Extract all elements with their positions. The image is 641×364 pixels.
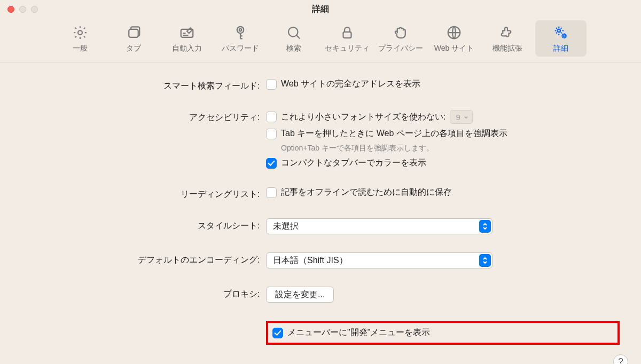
select-arrow-icon <box>479 254 491 267</box>
compact-tab-color-checkbox[interactable] <box>266 158 277 169</box>
accessibility-row: アクセシビリティ: これより小さいフォントサイズを使わない: 9 Tab キーを… <box>21 110 620 169</box>
lock-icon <box>334 22 360 43</box>
proxy-button-label: 設定を変更... <box>275 289 325 300</box>
min-font-size-select: 9 <box>450 110 472 124</box>
accessibility-label: アクセシビリティ: <box>21 110 266 123</box>
svg-point-4 <box>239 29 242 31</box>
toolbar-label: 機能拡張 <box>493 44 522 53</box>
tab-security[interactable]: セキュリティ <box>322 20 373 57</box>
tab-highlight-label: Tab キーを押したときに Web ページ上の各項目を強調表示 <box>281 128 507 139</box>
reading-list-row: リーディングリスト: 記事をオフラインで読むために自動的に保存 <box>21 187 620 200</box>
min-font-size-value: 9 <box>456 113 460 122</box>
advanced-settings-content: スマート検索フィールド: Web サイトの完全なアドレスを表示 アクセシビリティ… <box>0 62 641 364</box>
traffic-lights <box>7 6 38 13</box>
tab-extensions[interactable]: 機能拡張 <box>482 20 533 57</box>
compact-tab-color-label: コンパクトなタブバーでカラーを表示 <box>281 157 426 169</box>
tab-general[interactable]: 一般 <box>54 20 106 57</box>
reading-list-offline-checkbox[interactable] <box>266 187 277 198</box>
preferences-toolbar: 一般 タブ 自動入力 パスワード 検索 セキュリティ プライバシー <box>0 18 641 62</box>
smart-search-row: スマート検索フィールド: Web サイトの完全なアドレスを表示 <box>21 78 620 92</box>
help-button[interactable]: ? <box>613 354 628 364</box>
stylesheet-value: 未選択 <box>273 221 299 232</box>
reading-list-offline-label: 記事をオフラインで読むために自動的に保存 <box>281 187 452 198</box>
gear-icon <box>67 22 93 43</box>
stylesheet-label: スタイルシート: <box>21 218 266 232</box>
minimize-button[interactable] <box>19 6 26 13</box>
tabs-icon <box>121 22 146 43</box>
smart-search-label: スマート検索フィールド: <box>21 78 266 92</box>
tab-privacy[interactable]: プライバシー <box>375 20 426 57</box>
svg-point-9 <box>563 35 566 37</box>
help-label: ? <box>618 357 623 364</box>
toolbar-label: パスワード <box>222 44 259 53</box>
tab-advanced[interactable]: 詳細 <box>535 20 587 57</box>
chevron-down-icon <box>464 114 469 120</box>
svg-rect-1 <box>129 29 138 37</box>
key-icon <box>228 22 253 43</box>
toolbar-label: 一般 <box>73 44 88 53</box>
show-develop-menu-checkbox[interactable] <box>272 328 283 338</box>
globe-icon <box>441 22 467 43</box>
stylesheet-row: スタイルシート: 未選択 <box>21 218 620 234</box>
maximize-button[interactable] <box>31 6 38 13</box>
hand-icon <box>388 22 413 43</box>
toolbar-label: 検索 <box>286 44 301 53</box>
svg-point-0 <box>78 30 82 35</box>
proxy-label: プロキシ: <box>21 287 266 300</box>
reading-list-label: リーディングリスト: <box>21 187 266 200</box>
develop-row: メニューバーに"開発"メニューを表示 <box>21 321 620 345</box>
toolbar-label: 詳細 <box>553 44 568 53</box>
select-arrow-icon <box>479 220 491 233</box>
tab-autofill[interactable]: 自動入力 <box>161 20 213 57</box>
develop-highlight-box: メニューバーに"開発"メニューを表示 <box>266 321 620 345</box>
toolbar-label: 自動入力 <box>172 44 202 53</box>
svg-rect-6 <box>343 32 351 38</box>
toolbar-label: セキュリティ <box>325 44 370 53</box>
svg-point-8 <box>558 29 561 33</box>
tab-search[interactable]: 検索 <box>268 20 319 57</box>
gears-icon <box>548 22 574 43</box>
tab-highlight-checkbox[interactable] <box>266 129 277 139</box>
encoding-select[interactable]: 日本語（Shift JIS） <box>266 252 493 268</box>
window-title: 詳細 <box>312 4 329 15</box>
tab-websites[interactable]: Web サイト <box>428 20 480 57</box>
titlebar: 詳細 <box>0 0 641 18</box>
puzzle-icon <box>495 22 520 43</box>
tab-passwords[interactable]: パスワード <box>215 20 266 57</box>
autofill-icon <box>174 22 200 43</box>
encoding-label: デフォルトのエンコーディング: <box>21 252 266 266</box>
toolbar-label: Web サイト <box>434 44 474 53</box>
show-full-address-label: Web サイトの完全なアドレスを表示 <box>281 78 420 90</box>
show-develop-menu-label: メニューバーに"開発"メニューを表示 <box>287 327 430 338</box>
search-icon <box>281 22 307 43</box>
svg-point-5 <box>288 27 298 37</box>
tab-highlight-hint: Option+Tab キーで各項目を強調表示します。 <box>281 144 620 153</box>
svg-point-3 <box>237 27 244 34</box>
encoding-value: 日本語（Shift JIS） <box>273 255 348 266</box>
encoding-row: デフォルトのエンコーディング: 日本語（Shift JIS） <box>21 252 620 268</box>
proxy-settings-button[interactable]: 設定を変更... <box>266 287 334 303</box>
toolbar-label: タブ <box>126 44 141 53</box>
close-button[interactable] <box>7 6 14 13</box>
stylesheet-select[interactable]: 未選択 <box>266 218 493 234</box>
min-font-checkbox[interactable] <box>266 112 277 122</box>
tab-tabs[interactable]: タブ <box>108 20 159 57</box>
min-font-label: これより小さいフォントサイズを使わない: <box>281 112 445 123</box>
toolbar-label: プライバシー <box>378 44 423 53</box>
show-full-address-checkbox[interactable] <box>266 79 277 90</box>
proxy-row: プロキシ: 設定を変更... <box>21 287 620 303</box>
